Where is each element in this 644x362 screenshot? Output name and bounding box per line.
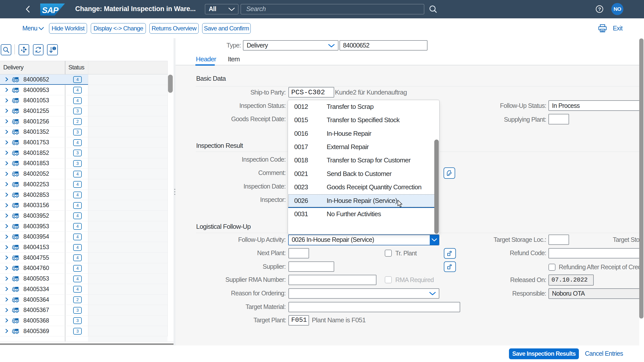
svg-text:?: ?: [598, 7, 601, 12]
svg-text:SAP: SAP: [42, 6, 59, 15]
